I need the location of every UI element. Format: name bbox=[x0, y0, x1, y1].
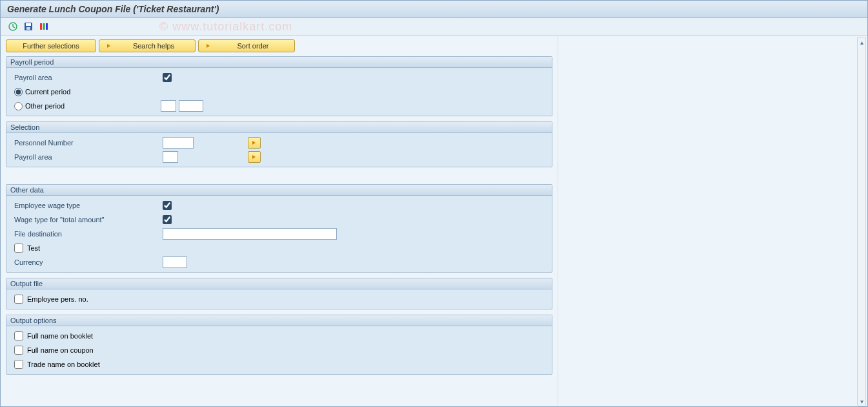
arrow-right-icon bbox=[105, 41, 114, 50]
payroll-area-multi-select[interactable] bbox=[248, 151, 261, 163]
full-name-booklet-checkbox[interactable] bbox=[14, 331, 23, 340]
other-period-radio[interactable] bbox=[14, 102, 23, 110]
app-toolbar bbox=[1, 18, 867, 36]
button-label: Search helps bbox=[117, 42, 190, 50]
svg-rect-6 bbox=[46, 23, 48, 30]
file-destination-input[interactable] bbox=[163, 228, 337, 240]
payroll-area-label: Payroll area bbox=[12, 74, 160, 81]
selection-buttons: Further selections Search helps Sort ord… bbox=[6, 39, 552, 52]
svg-rect-4 bbox=[40, 23, 42, 30]
output-options-panel: Output options Full name on booklet Full… bbox=[6, 315, 552, 375]
other-period-input-1[interactable] bbox=[161, 100, 176, 112]
employee-wage-type-check[interactable] bbox=[163, 201, 172, 210]
selection-panel: Selection Personnel Number Payroll area bbox=[6, 121, 552, 167]
personnel-number-input[interactable] bbox=[163, 137, 194, 149]
panel-header: Output file bbox=[6, 278, 552, 289]
full-name-booklet-label: Full name on booklet bbox=[27, 332, 93, 340]
search-helps-button[interactable]: Search helps bbox=[99, 39, 196, 52]
trade-name-booklet-checkbox[interactable] bbox=[14, 360, 23, 369]
content-wrap: Further selections Search helps Sort ord… bbox=[1, 36, 867, 407]
personnel-number-label: Personnel Number bbox=[12, 139, 160, 147]
currency-label: Currency bbox=[12, 258, 160, 266]
variants-icon[interactable] bbox=[38, 21, 50, 32]
svg-rect-2 bbox=[26, 23, 31, 26]
arrow-right-icon bbox=[204, 41, 213, 50]
other-period-label: Other period bbox=[25, 102, 158, 110]
title-bar: Generate Lunch Coupon File ('Ticket Rest… bbox=[1, 1, 867, 18]
payroll-area-required-check[interactable] bbox=[163, 73, 172, 82]
current-period-radio[interactable] bbox=[14, 88, 23, 96]
employee-pers-no-label: Employee pers. no. bbox=[27, 295, 88, 303]
panel-header: Output options bbox=[6, 315, 552, 326]
trade-name-booklet-label: Trade name on booklet bbox=[27, 360, 100, 368]
full-name-coupon-label: Full name on coupon bbox=[27, 346, 94, 354]
file-destination-label: File destination bbox=[12, 230, 160, 238]
execute-icon[interactable] bbox=[7, 21, 19, 32]
sort-order-button[interactable]: Sort order bbox=[198, 39, 295, 52]
scroll-up-icon[interactable]: ▴ bbox=[858, 37, 865, 47]
employee-wage-type-label: Employee wage type bbox=[12, 202, 160, 209]
vertical-scrollbar[interactable]: ▴ ▾ bbox=[857, 37, 866, 406]
button-label: Further selections bbox=[23, 42, 79, 50]
scroll-down-icon[interactable]: ▾ bbox=[858, 397, 865, 406]
full-name-coupon-checkbox[interactable] bbox=[14, 346, 23, 355]
right-column: ▴ ▾ bbox=[558, 36, 867, 407]
further-selections-button[interactable]: Further selections bbox=[6, 39, 96, 52]
panel-header: Payroll period bbox=[6, 57, 552, 68]
wage-type-total-check[interactable] bbox=[163, 215, 172, 224]
employee-pers-no-checkbox[interactable] bbox=[14, 295, 23, 304]
currency-input[interactable] bbox=[163, 256, 187, 268]
svg-rect-5 bbox=[43, 23, 45, 30]
wage-type-total-label: Wage type for "total amount" bbox=[12, 216, 160, 224]
current-period-label: Current period bbox=[25, 88, 70, 96]
payroll-period-panel: Payroll period Payroll area Current peri… bbox=[6, 56, 552, 116]
payroll-area-sel-label: Payroll area bbox=[12, 153, 160, 161]
payroll-area-sel-input[interactable] bbox=[163, 151, 178, 163]
panel-header: Selection bbox=[6, 122, 552, 133]
main-column: Further selections Search helps Sort ord… bbox=[1, 36, 558, 407]
other-data-panel: Other data Employee wage type Wage type … bbox=[6, 184, 552, 273]
personnel-number-multi-select[interactable] bbox=[248, 137, 261, 149]
other-period-input-2[interactable] bbox=[179, 100, 203, 112]
output-file-panel: Output file Employee pers. no. bbox=[6, 278, 552, 309]
page-title: Generate Lunch Coupon File ('Ticket Rest… bbox=[7, 4, 219, 14]
test-checkbox[interactable] bbox=[14, 244, 23, 253]
button-label: Sort order bbox=[217, 42, 289, 50]
svg-rect-3 bbox=[26, 27, 30, 30]
test-label: Test bbox=[27, 244, 40, 252]
save-variant-icon[interactable] bbox=[23, 21, 34, 32]
panel-header: Other data bbox=[6, 185, 552, 196]
